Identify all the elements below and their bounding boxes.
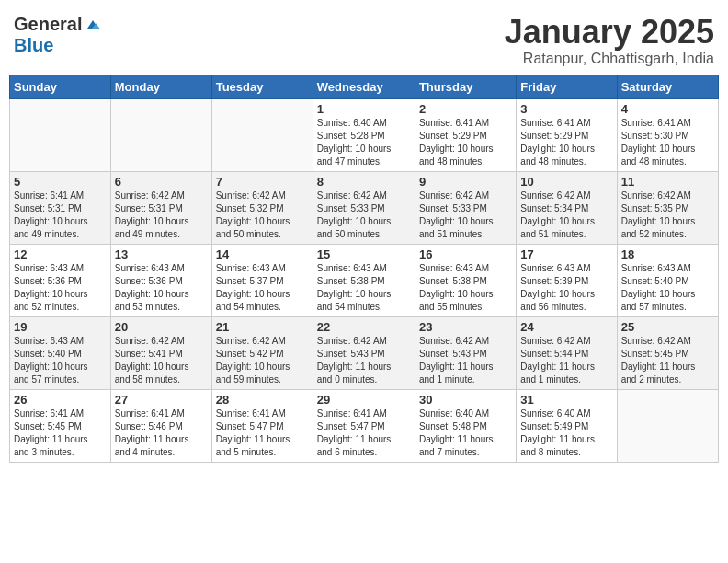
day-info: Sunrise: 6:42 AMSunset: 5:31 PMDaylight:… [115, 190, 208, 241]
table-cell: 4Sunrise: 6:41 AMSunset: 5:30 PMDaylight… [617, 98, 718, 171]
day-number: 31 [520, 393, 612, 407]
weekday-header-sunday: Sunday [10, 75, 111, 98]
day-info: Sunrise: 6:43 AMSunset: 5:39 PMDaylight:… [520, 262, 612, 314]
weekday-header-wednesday: Wednesday [313, 75, 415, 98]
day-info: Sunrise: 6:43 AMSunset: 5:38 PMDaylight:… [317, 262, 411, 314]
day-number: 3 [520, 102, 612, 116]
table-cell: 2Sunrise: 6:41 AMSunset: 5:29 PMDaylight… [415, 98, 516, 171]
table-cell: 26Sunrise: 6:41 AMSunset: 5:45 PMDayligh… [10, 389, 111, 462]
day-info: Sunrise: 6:41 AMSunset: 5:47 PMDaylight:… [216, 408, 309, 459]
day-info: Sunrise: 6:43 AMSunset: 5:40 PMDaylight:… [14, 335, 107, 386]
weekday-header-tuesday: Tuesday [211, 75, 313, 98]
day-number: 14 [216, 247, 309, 261]
weekday-header-friday: Friday [517, 75, 617, 98]
weekday-header-thursday: Thursday [415, 75, 516, 98]
day-info: Sunrise: 6:43 AMSunset: 5:40 PMDaylight:… [621, 262, 714, 314]
week-row-5: 26Sunrise: 6:41 AMSunset: 5:45 PMDayligh… [10, 389, 719, 462]
month-title: January 2025 [505, 14, 714, 51]
table-cell: 11Sunrise: 6:42 AMSunset: 5:35 PMDayligh… [617, 171, 718, 244]
day-number: 12 [14, 247, 107, 261]
table-cell: 7Sunrise: 6:42 AMSunset: 5:32 PMDaylight… [211, 171, 313, 244]
day-info: Sunrise: 6:41 AMSunset: 5:47 PMDaylight:… [317, 408, 411, 459]
day-info: Sunrise: 6:43 AMSunset: 5:37 PMDaylight:… [216, 262, 309, 314]
day-number: 8 [317, 175, 411, 189]
table-cell: 22Sunrise: 6:42 AMSunset: 5:43 PMDayligh… [313, 316, 415, 389]
day-info: Sunrise: 6:42 AMSunset: 5:33 PMDaylight:… [419, 190, 512, 241]
day-info: Sunrise: 6:40 AMSunset: 5:49 PMDaylight:… [520, 408, 612, 459]
week-row-4: 19Sunrise: 6:43 AMSunset: 5:40 PMDayligh… [10, 316, 719, 389]
table-cell: 19Sunrise: 6:43 AMSunset: 5:40 PMDayligh… [10, 316, 111, 389]
table-cell: 6Sunrise: 6:42 AMSunset: 5:31 PMDaylight… [110, 171, 211, 244]
day-number: 21 [216, 320, 309, 334]
table-cell: 1Sunrise: 6:40 AMSunset: 5:28 PMDaylight… [313, 98, 415, 171]
logo-general-text: General [14, 14, 82, 35]
table-cell: 12Sunrise: 6:43 AMSunset: 5:36 PMDayligh… [10, 244, 111, 316]
day-info: Sunrise: 6:41 AMSunset: 5:29 PMDaylight:… [520, 117, 612, 168]
table-cell [10, 98, 111, 171]
table-cell: 14Sunrise: 6:43 AMSunset: 5:37 PMDayligh… [211, 244, 313, 316]
table-cell: 29Sunrise: 6:41 AMSunset: 5:47 PMDayligh… [313, 389, 415, 462]
day-info: Sunrise: 6:42 AMSunset: 5:42 PMDaylight:… [216, 335, 309, 386]
table-cell: 28Sunrise: 6:41 AMSunset: 5:47 PMDayligh… [211, 389, 313, 462]
logo: General Blue [14, 14, 102, 56]
table-cell: 24Sunrise: 6:42 AMSunset: 5:44 PMDayligh… [517, 316, 617, 389]
day-info: Sunrise: 6:41 AMSunset: 5:29 PMDaylight:… [419, 117, 512, 168]
day-info: Sunrise: 6:41 AMSunset: 5:30 PMDaylight:… [621, 117, 714, 168]
day-info: Sunrise: 6:42 AMSunset: 5:45 PMDaylight:… [621, 335, 714, 386]
day-info: Sunrise: 6:42 AMSunset: 5:43 PMDaylight:… [419, 335, 512, 386]
day-number: 7 [216, 175, 309, 189]
day-number: 15 [317, 247, 411, 261]
day-number: 25 [621, 320, 714, 334]
day-number: 10 [520, 175, 612, 189]
day-info: Sunrise: 6:41 AMSunset: 5:31 PMDaylight:… [14, 190, 107, 241]
table-cell: 13Sunrise: 6:43 AMSunset: 5:36 PMDayligh… [110, 244, 211, 316]
table-cell: 15Sunrise: 6:43 AMSunset: 5:38 PMDayligh… [313, 244, 415, 316]
day-number: 13 [115, 247, 208, 261]
logo-icon [84, 16, 102, 34]
day-number: 30 [419, 393, 512, 407]
day-number: 16 [419, 247, 512, 261]
page-header: General Blue January 2025 Ratanpur, Chha… [9, 9, 719, 67]
day-info: Sunrise: 6:42 AMSunset: 5:41 PMDaylight:… [115, 335, 208, 386]
table-cell [617, 389, 718, 462]
table-cell: 5Sunrise: 6:41 AMSunset: 5:31 PMDaylight… [10, 171, 111, 244]
weekday-header-row: SundayMondayTuesdayWednesdayThursdayFrid… [10, 75, 719, 98]
day-number: 20 [115, 320, 208, 334]
day-number: 5 [14, 175, 107, 189]
day-number: 19 [14, 320, 107, 334]
table-cell: 23Sunrise: 6:42 AMSunset: 5:43 PMDayligh… [415, 316, 516, 389]
table-cell: 8Sunrise: 6:42 AMSunset: 5:33 PMDaylight… [313, 171, 415, 244]
day-number: 23 [419, 320, 512, 334]
weekday-header-monday: Monday [110, 75, 211, 98]
table-cell: 18Sunrise: 6:43 AMSunset: 5:40 PMDayligh… [617, 244, 718, 316]
day-info: Sunrise: 6:42 AMSunset: 5:44 PMDaylight:… [520, 335, 612, 386]
day-info: Sunrise: 6:40 AMSunset: 5:48 PMDaylight:… [419, 408, 512, 459]
title-section: January 2025 Ratanpur, Chhattisgarh, Ind… [505, 14, 714, 67]
day-info: Sunrise: 6:42 AMSunset: 5:34 PMDaylight:… [520, 190, 612, 241]
day-number: 17 [520, 247, 612, 261]
day-number: 22 [317, 320, 411, 334]
day-number: 9 [419, 175, 512, 189]
calendar-table: SundayMondayTuesdayWednesdayThursdayFrid… [9, 75, 719, 463]
table-cell: 3Sunrise: 6:41 AMSunset: 5:29 PMDaylight… [517, 98, 617, 171]
table-cell: 10Sunrise: 6:42 AMSunset: 5:34 PMDayligh… [517, 171, 617, 244]
day-number: 18 [621, 247, 714, 261]
day-number: 2 [419, 102, 512, 116]
day-number: 11 [621, 175, 714, 189]
table-cell: 20Sunrise: 6:42 AMSunset: 5:41 PMDayligh… [110, 316, 211, 389]
table-cell: 25Sunrise: 6:42 AMSunset: 5:45 PMDayligh… [617, 316, 718, 389]
table-cell: 31Sunrise: 6:40 AMSunset: 5:49 PMDayligh… [517, 389, 617, 462]
day-info: Sunrise: 6:42 AMSunset: 5:33 PMDaylight:… [317, 190, 411, 241]
table-cell: 27Sunrise: 6:41 AMSunset: 5:46 PMDayligh… [110, 389, 211, 462]
day-number: 29 [317, 393, 411, 407]
day-number: 28 [216, 393, 309, 407]
day-info: Sunrise: 6:41 AMSunset: 5:45 PMDaylight:… [14, 408, 107, 459]
table-cell: 30Sunrise: 6:40 AMSunset: 5:48 PMDayligh… [415, 389, 516, 462]
day-number: 6 [115, 175, 208, 189]
day-info: Sunrise: 6:43 AMSunset: 5:36 PMDaylight:… [115, 262, 208, 314]
week-row-1: 1Sunrise: 6:40 AMSunset: 5:28 PMDaylight… [10, 98, 719, 171]
day-info: Sunrise: 6:43 AMSunset: 5:38 PMDaylight:… [419, 262, 512, 314]
logo-blue-text: Blue [14, 35, 53, 56]
week-row-3: 12Sunrise: 6:43 AMSunset: 5:36 PMDayligh… [10, 244, 719, 316]
table-cell: 17Sunrise: 6:43 AMSunset: 5:39 PMDayligh… [517, 244, 617, 316]
